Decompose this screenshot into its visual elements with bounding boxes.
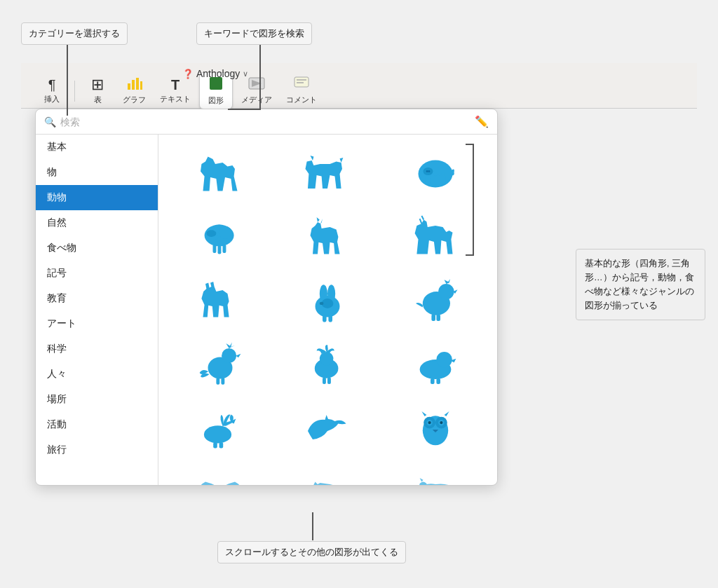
- scroll-annotation-label: スクロールするとその他の図形が出てくる: [217, 541, 406, 563]
- shape-goose[interactable]: [170, 398, 271, 454]
- pencil-icon[interactable]: ✏️: [475, 115, 489, 128]
- category-item-kihon[interactable]: 基本: [36, 135, 158, 160]
- table-icon: ⊞: [91, 77, 104, 93]
- category-item-tabemono[interactable]: 食べ物: [36, 235, 158, 261]
- svg-point-58: [440, 421, 442, 424]
- comment-button[interactable]: コメント: [280, 74, 323, 108]
- text-icon: T: [171, 78, 180, 92]
- search-icon: 🔍: [44, 116, 56, 128]
- panel-body: 基本物動物自然食べ物記号教育アート科学人々場所活動旅行: [36, 135, 497, 485]
- shape-panel: 🔍 ✏️ 基本物動物自然食べ物記号教育アート科学人々場所活動旅行: [35, 109, 498, 486]
- shape-duck[interactable]: [385, 335, 486, 391]
- search-bar: 🔍 ✏️: [36, 109, 497, 135]
- svg-rect-43: [323, 377, 326, 384]
- shape-label: 図形: [208, 95, 224, 106]
- svg-rect-22: [212, 245, 216, 254]
- category-item-other[interactable]: 旅行: [36, 437, 158, 463]
- shape-deer[interactable]: [170, 272, 271, 328]
- svg-rect-50: [213, 442, 217, 448]
- svg-rect-48: [437, 378, 441, 384]
- shape-turkey[interactable]: [278, 335, 379, 391]
- svg-rect-39: [216, 378, 219, 385]
- category-list: 基本物動物自然食べ物記号教育アート科学人々場所活動旅行: [36, 135, 158, 485]
- svg-rect-44: [327, 377, 331, 384]
- category-item-katsudo[interactable]: 活動: [36, 412, 158, 437]
- insert-label: 挿入: [44, 94, 60, 104]
- svg-rect-3: [140, 81, 142, 90]
- keyword-annotation-label: キーワードで図形を検索: [196, 22, 312, 45]
- svg-rect-7: [294, 77, 309, 87]
- svg-rect-30: [323, 315, 327, 322]
- shape-weasel[interactable]: [278, 461, 379, 485]
- svg-rect-23: [217, 245, 221, 254]
- svg-point-25: [206, 230, 216, 237]
- svg-rect-36: [437, 314, 441, 321]
- svg-rect-35: [432, 314, 436, 321]
- shape-cow[interactable]: [278, 146, 379, 202]
- shape-goat[interactable]: [278, 209, 379, 265]
- category-item-kyoiku[interactable]: 教育: [36, 286, 158, 311]
- category-item-kigo[interactable]: 記号: [36, 261, 158, 286]
- svg-point-32: [320, 302, 324, 305]
- callout-box: 基本的な形（四角形, 三角形…）から記号，動物，食べ物など様々なジャンルの図形が…: [576, 249, 705, 320]
- app-title-bar: ❓ Anthology ∨: [182, 63, 248, 84]
- shape-horse[interactable]: [170, 146, 271, 202]
- category-item-mono[interactable]: 物: [36, 160, 158, 185]
- svg-point-49: [204, 425, 231, 443]
- search-input[interactable]: [60, 116, 470, 128]
- svg-rect-51: [219, 442, 223, 448]
- shape-bird[interactable]: [278, 398, 379, 454]
- shape-ferret[interactable]: [385, 461, 486, 485]
- svg-rect-2: [136, 78, 139, 90]
- category-item-dobutsu[interactable]: 動物: [36, 185, 158, 210]
- category-annotation-label: カテゴリーを選択する: [21, 22, 128, 45]
- shape-rabbit[interactable]: [278, 272, 379, 328]
- svg-point-17: [428, 170, 431, 172]
- category-annotation-line2: [67, 109, 68, 116]
- svg-point-16: [426, 170, 428, 172]
- svg-point-57: [428, 421, 431, 424]
- keyword-annotation-hline: [228, 109, 260, 110]
- category-item-kagaku[interactable]: 科学: [36, 336, 158, 362]
- shape-bat[interactable]: [170, 461, 271, 485]
- app-title: Anthology: [196, 68, 240, 79]
- table-label: 表: [94, 95, 102, 105]
- insert-icon: ¶: [48, 78, 56, 92]
- graph-button[interactable]: グラフ: [117, 74, 151, 108]
- svg-rect-31: [329, 315, 333, 322]
- graph-label: グラフ: [123, 95, 146, 105]
- svg-rect-0: [128, 83, 130, 90]
- category-item-basho[interactable]: 場所: [36, 387, 158, 412]
- shape-owl[interactable]: [385, 398, 486, 454]
- scroll-annotation-vline: [312, 512, 313, 540]
- shape-rooster[interactable]: [170, 335, 271, 391]
- graph-icon: [127, 76, 142, 93]
- scroll-bracket: [466, 144, 474, 256]
- media-icon: [248, 76, 265, 93]
- text-label: テキスト: [160, 94, 191, 104]
- comment-label: コメント: [286, 95, 317, 105]
- category-item-hitobito[interactable]: 人々: [36, 362, 158, 387]
- toolbar-sep1: [74, 81, 75, 102]
- table-button[interactable]: ⊞ 表: [81, 74, 114, 108]
- svg-point-14: [440, 173, 445, 185]
- svg-rect-1: [132, 80, 135, 90]
- category-item-shizen[interactable]: 自然: [36, 210, 158, 235]
- category-annotation-line: [67, 43, 68, 110]
- keyword-annotation-line: [259, 43, 261, 110]
- shape-grid: [158, 135, 497, 485]
- svg-point-34: [438, 284, 454, 299]
- svg-rect-24: [222, 245, 226, 254]
- category-item-art[interactable]: アート: [36, 311, 158, 336]
- comment-icon: [294, 76, 309, 93]
- svg-point-21: [219, 226, 231, 239]
- shape-sheep[interactable]: [170, 209, 271, 265]
- svg-point-46: [437, 352, 452, 367]
- svg-rect-40: [221, 378, 224, 385]
- toolbar-buttons: ¶ 挿入 ⊞ 表 グラフ T テキスト 図形: [35, 72, 323, 109]
- media-label: メディア: [241, 95, 272, 105]
- svg-point-38: [222, 348, 236, 363]
- insert-button[interactable]: ¶ 挿入: [35, 75, 69, 107]
- svg-rect-47: [431, 378, 435, 384]
- shape-hen[interactable]: [385, 272, 486, 328]
